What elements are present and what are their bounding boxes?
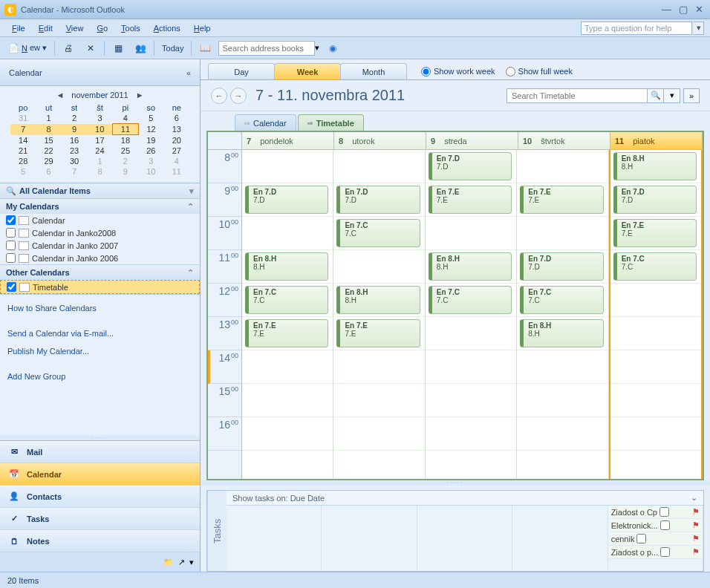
address-dropdown[interactable]: ▾ (315, 43, 319, 53)
minical-day[interactable]: 17 (87, 135, 112, 146)
minical-day[interactable]: 16 (62, 135, 87, 146)
minical-day[interactable]: 12 (138, 124, 163, 135)
task-column[interactable]: Ziadost o Cp⚑Elektronick...⚑cennik⚑Ziado… (608, 506, 703, 571)
expand-button[interactable]: » (683, 88, 700, 103)
publish-link[interactable]: Publish My Calendar... (7, 342, 192, 360)
view-week[interactable]: Week (274, 63, 341, 79)
show-full-week[interactable]: Show full week (506, 67, 573, 76)
today-button[interactable]: Today (159, 42, 186, 54)
day-header[interactable]: 10štvrtok (518, 132, 610, 149)
day-column[interactable]: En 7.D7.DEn 7.E7.EEn 8.H8.HEn 7.C7.C (426, 150, 517, 479)
minical-day[interactable]: 23 (62, 146, 87, 156)
month-label[interactable]: november 2011 (71, 91, 128, 99)
nav-notes[interactable]: 🗒Notes (0, 530, 200, 552)
minical-day[interactable]: 30 (62, 156, 87, 166)
minical-day[interactable]: 26 (138, 146, 163, 156)
addressbook-button[interactable]: 📖 (196, 41, 214, 56)
appointment[interactable]: En 7.D7.D (336, 186, 420, 214)
appointment[interactable]: En 7.D7.D (429, 152, 512, 180)
sidebar-grip[interactable]: ····· (0, 435, 200, 440)
task-item[interactable]: cennik⚑ (608, 532, 703, 546)
minical-day[interactable]: 5 (138, 113, 163, 124)
minical-day[interactable]: 29 (36, 156, 61, 166)
minical-day[interactable]: 21 (10, 146, 36, 156)
calendar-checkbox[interactable] (6, 241, 16, 250)
flag-icon[interactable]: ⚑ (692, 534, 700, 543)
appointment[interactable]: En 7.E7.E (520, 186, 603, 214)
tasks-header[interactable]: Show tasks on: Due Date⌄ (227, 491, 703, 506)
minical-day[interactable]: 14 (10, 135, 36, 146)
task-column[interactable] (322, 506, 417, 571)
calendar-item[interactable]: Calendar in Janko 2006 (0, 252, 200, 264)
prev-month[interactable]: ◄ (56, 91, 64, 99)
maximize-button[interactable]: ▢ (677, 4, 690, 15)
minical-day[interactable]: 9 (113, 166, 138, 177)
appointment[interactable]: En 8.H8.H (520, 319, 603, 347)
minical-day[interactable]: 6 (36, 166, 61, 177)
permissions-button[interactable]: 👥 (131, 41, 149, 56)
calendar-checkbox[interactable] (6, 228, 16, 238)
calendar-checkbox[interactable] (6, 253, 16, 263)
appointment[interactable]: En 8.H8.H (336, 286, 420, 314)
appointment[interactable]: En 7.E7.E (245, 319, 328, 347)
calendar-item[interactable]: Timetable (0, 280, 200, 294)
minical-day[interactable]: 6 (164, 113, 189, 124)
more-nav[interactable]: ▾ (189, 558, 194, 567)
folder-icon[interactable]: 📁 (163, 558, 174, 567)
minical-day[interactable]: 7 (10, 124, 36, 135)
calendar-item[interactable]: Calendar in Janko 2007 (0, 239, 200, 252)
task-item[interactable]: Ziadost o p...⚑ (608, 546, 703, 559)
minical-day[interactable]: 8 (36, 124, 61, 135)
my-calendars-header[interactable]: My Calendars⌃ (0, 199, 200, 214)
appointment[interactable]: En 8.H8.H (613, 152, 697, 180)
view-month[interactable]: Month (340, 63, 407, 79)
flag-icon[interactable]: ⚑ (692, 507, 700, 517)
minical-day[interactable]: 20 (164, 135, 189, 146)
appointment[interactable]: En 7.E7.E (336, 319, 420, 347)
day-column[interactable]: En 7.E7.EEn 7.D7.DEn 7.C7.CEn 8.H8.H (517, 150, 608, 479)
minical-day[interactable]: 11 (113, 124, 138, 135)
task-item[interactable]: Ziadost o Cp⚑ (608, 506, 703, 519)
minical-day[interactable]: 19 (138, 135, 163, 146)
minical-day[interactable]: 13 (164, 124, 189, 135)
nav-tasks[interactable]: ✓Tasks (0, 508, 200, 530)
day-header[interactable]: 8utorok (334, 132, 426, 149)
calendar-search[interactable] (507, 88, 648, 103)
appointment[interactable]: En 8.H8.H (429, 252, 512, 281)
minical-day[interactable]: 25 (113, 146, 138, 156)
show-work-week[interactable]: Show work week (421, 67, 495, 76)
calendar-item[interactable]: Calendar (0, 214, 200, 226)
task-column[interactable] (512, 506, 608, 571)
day-column[interactable]: En 8.H8.HEn 7.D7.DEn 7.E7.EEn 7.C7.C (609, 150, 703, 479)
view-day[interactable]: Day (208, 63, 275, 79)
task-checkbox[interactable] (636, 534, 646, 543)
minical-day[interactable]: 4 (164, 156, 189, 166)
day-header[interactable]: 11piatok (610, 132, 703, 149)
delete-button[interactable]: ✕ (82, 41, 100, 56)
day-column[interactable]: En 7.D7.DEn 8.H8.HEn 7.C7.CEn 7.E7.E (242, 150, 333, 479)
minical-day[interactable]: 11 (164, 166, 189, 177)
task-checkbox[interactable] (659, 507, 669, 517)
other-calendars-header[interactable]: Other Calendars⌃ (0, 265, 200, 280)
appointment[interactable]: En 7.E7.E (429, 186, 512, 214)
minical-day[interactable]: 1 (87, 156, 112, 166)
minical-day[interactable]: 10 (87, 124, 112, 135)
minical-day[interactable]: 3 (87, 113, 112, 124)
minical-day[interactable]: 27 (164, 146, 189, 156)
flag-icon[interactable]: ⚑ (692, 520, 700, 530)
minical-day[interactable]: 7 (62, 166, 87, 177)
minical-day[interactable]: 15 (36, 135, 61, 146)
share-link[interactable]: How to Share Calendars (7, 299, 192, 317)
menu-edit[interactable]: Edit (33, 22, 59, 35)
minical-day[interactable]: 4 (113, 113, 138, 124)
menu-help[interactable]: Help (188, 22, 217, 35)
all-calendar-items[interactable]: 🔍All Calendar Items▾ (0, 183, 200, 198)
grid-grip[interactable]: ····· (201, 480, 710, 486)
appointment[interactable]: En 7.C7.C (336, 219, 420, 247)
print-button[interactable]: 🖨 (59, 41, 77, 56)
minical-day[interactable]: 24 (87, 146, 112, 156)
address-search[interactable] (218, 41, 315, 56)
search-button[interactable]: 🔍 (648, 88, 664, 103)
menu-actions[interactable]: Actions (148, 22, 186, 35)
flag-icon[interactable]: ⚑ (692, 547, 700, 557)
